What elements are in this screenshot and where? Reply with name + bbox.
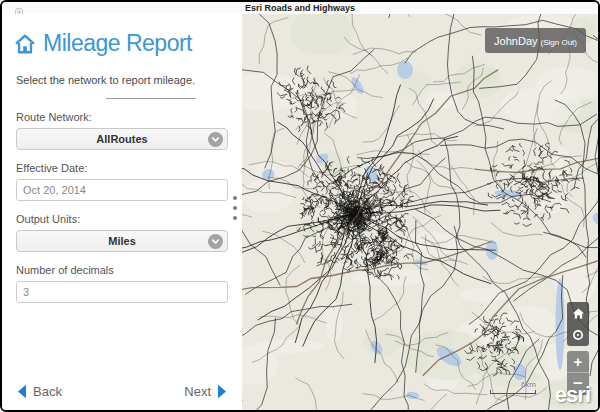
home-icon bbox=[14, 33, 36, 55]
output-units-value: Miles bbox=[108, 235, 136, 247]
effective-date-input[interactable] bbox=[16, 179, 228, 201]
map-locate-button[interactable] bbox=[567, 324, 589, 346]
divider bbox=[106, 98, 196, 99]
panel-resize-handle[interactable] bbox=[231, 194, 239, 222]
decimals-input[interactable] bbox=[16, 281, 228, 303]
chevron-down-icon bbox=[208, 234, 223, 249]
user-name: JohnDay bbox=[494, 35, 537, 47]
back-label: Back bbox=[33, 384, 62, 399]
scale-line bbox=[490, 390, 536, 394]
settings-icon[interactable] bbox=[14, 3, 24, 13]
mileage-report-panel: Mileage Report Select the network to rep… bbox=[2, 14, 242, 410]
user-badge[interactable]: JohnDay(Sign Out) bbox=[485, 28, 586, 53]
chevron-left-icon bbox=[16, 384, 27, 399]
zoom-in-button[interactable]: + bbox=[567, 351, 589, 373]
output-units-label: Output Units: bbox=[16, 213, 228, 225]
chevron-right-icon bbox=[217, 384, 228, 399]
map-home-button[interactable] bbox=[567, 302, 589, 324]
wizard-footer: Back Next bbox=[2, 378, 242, 404]
route-network-value: AllRoutes bbox=[96, 133, 147, 145]
titlebar: Esri Roads and Highways bbox=[2, 2, 598, 14]
esri-logo: esri bbox=[555, 382, 590, 408]
panel-subtitle: Select the network to report mileage. bbox=[2, 74, 242, 86]
locate-icon bbox=[571, 328, 585, 342]
effective-date-label: Effective Date: bbox=[16, 162, 228, 174]
route-network-dropdown[interactable]: AllRoutes bbox=[16, 128, 228, 150]
basemap-roads bbox=[242, 14, 598, 410]
map-canvas[interactable]: JohnDay(Sign Out) + − 6km esri bbox=[242, 14, 598, 410]
page-title: Mileage Report bbox=[43, 30, 192, 57]
sign-out-link[interactable]: (Sign Out) bbox=[541, 38, 577, 47]
decimals-label: Number of decimals bbox=[16, 264, 228, 276]
next-label: Next bbox=[184, 384, 211, 399]
scale-bar: 6km bbox=[490, 380, 536, 394]
chevron-down-icon bbox=[208, 132, 223, 147]
back-button[interactable]: Back bbox=[16, 384, 62, 399]
next-button[interactable]: Next bbox=[184, 384, 228, 399]
output-units-dropdown[interactable]: Miles bbox=[16, 230, 228, 252]
scale-label: 6km bbox=[490, 380, 536, 389]
route-network-label: Route Network: bbox=[16, 111, 228, 123]
panel-header: Mileage Report bbox=[2, 14, 242, 57]
app-title: Esri Roads and Highways bbox=[245, 3, 355, 13]
app-window: Esri Roads and Highways Mileage Report S… bbox=[0, 0, 600, 412]
home-icon bbox=[572, 307, 585, 320]
